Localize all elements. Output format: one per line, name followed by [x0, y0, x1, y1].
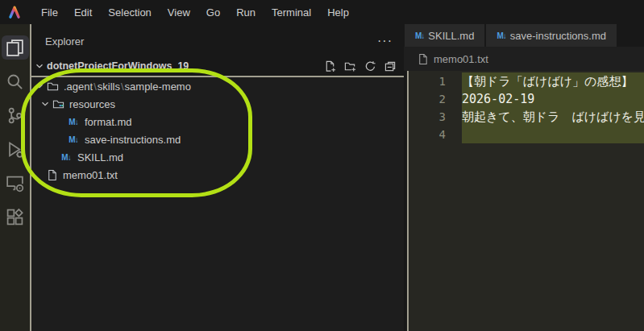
markdown-file-icon: M↓	[60, 153, 73, 162]
tree-item-label: save-instructions.md	[85, 134, 181, 146]
text-file-icon	[45, 168, 58, 181]
code-line[interactable]: 2 2026-02-19	[409, 90, 644, 108]
line-number: 2	[409, 93, 462, 106]
app-logo-icon	[7, 5, 22, 19]
tab-skill-md[interactable]: M↓ SKILL.md	[405, 24, 484, 47]
folder-resources-icon	[52, 97, 64, 110]
tree-item-label: format.md	[85, 116, 132, 128]
new-file-button[interactable]	[322, 59, 337, 73]
tree-item-label: memo01.txt	[63, 169, 118, 181]
tree-item-resources[interactable]: resources	[31, 95, 404, 113]
vscode-window: File Edit Selection View Go Run Terminal…	[0, 0, 644, 331]
line-text: 朝起きて、朝ドラ ばけばけを見て行った流れ	[462, 108, 644, 126]
activity-search-icon[interactable]	[2, 64, 29, 98]
sidebar-title: Explorer	[45, 35, 84, 48]
line-number: 3	[409, 110, 462, 123]
refresh-button[interactable]	[363, 59, 377, 73]
tree-item-agent-skills-sample-memo[interactable]: .agent\skills\sample-memo	[31, 77, 404, 95]
breadcrumb[interactable]: memo01.txt	[404, 47, 644, 71]
tree-item-label: resources	[69, 98, 115, 110]
tree-item-format-md[interactable]: M↓ format.md	[31, 113, 404, 130]
menu-run[interactable]: Run	[228, 0, 264, 24]
tree-item-skill-md[interactable]: M↓ SKILL.md	[31, 148, 404, 166]
tree-item-memo01-txt[interactable]: memo01.txt	[31, 166, 404, 184]
markdown-file-icon: M↓	[415, 31, 424, 40]
menu-help[interactable]: Help	[319, 0, 357, 24]
tab-label: SKILL.md	[428, 30, 474, 42]
markdown-file-icon: M↓	[67, 135, 80, 144]
chevron-down-icon	[39, 98, 52, 110]
tab-bar: M↓ SKILL.md M↓ save-instructions.md	[404, 24, 644, 47]
file-tree: .agent\skills\sample-memo resources	[31, 76, 404, 331]
line-number: 1	[409, 75, 462, 88]
chevron-down-icon	[33, 81, 46, 92]
markdown-file-icon: M↓	[497, 31, 505, 40]
code-line[interactable]: 3 朝起きて、朝ドラ ばけばけを見て行った流れ	[409, 108, 644, 126]
menu-file[interactable]: File	[33, 0, 66, 24]
line-text	[462, 126, 644, 143]
breadcrumb-file-name: memo01.txt	[434, 53, 488, 65]
line-number: 4	[409, 128, 462, 141]
activity-remote-explorer-icon[interactable]	[2, 166, 29, 200]
menu-bar: File Edit Selection View Go Run Terminal…	[33, 0, 357, 24]
activity-explorer-icon[interactable]	[2, 31, 29, 64]
tree-item-label: .agent\skills\sample-memo	[64, 81, 191, 93]
activity-extensions-icon[interactable]	[2, 200, 29, 234]
menu-edit[interactable]: Edit	[66, 0, 100, 24]
menu-terminal[interactable]: Terminal	[264, 0, 319, 24]
explorer-actions	[322, 59, 397, 73]
code-line[interactable]: 1 【朝ドラ「ばけばけ」の感想】	[409, 72, 644, 90]
markdown-file-icon: M↓	[67, 118, 80, 126]
menu-go[interactable]: Go	[198, 0, 228, 24]
menu-view[interactable]: View	[160, 0, 198, 24]
tab-save-instructions-md[interactable]: M↓ save-instructions.md	[486, 24, 617, 47]
sidebar-more-actions-icon[interactable]: ···	[377, 34, 393, 48]
activity-source-control-icon[interactable]	[2, 98, 29, 132]
workspace-name: dotnetProjectForWindows_19	[47, 60, 189, 72]
editor-group: M↓ SKILL.md M↓ save-instructions.md memo…	[404, 24, 644, 331]
collapse-all-button[interactable]	[383, 59, 397, 73]
tree-item-save-instructions-md[interactable]: M↓ save-instructions.md	[31, 130, 404, 148]
code-line[interactable]: 4	[409, 126, 644, 143]
line-text: 2026-02-19	[462, 90, 644, 108]
sidebar-title-row: Explorer ···	[31, 29, 404, 53]
explorer-sidebar: Explorer ··· dotnetProjectForWindows_19	[31, 24, 404, 331]
chevron-down-icon	[34, 60, 45, 72]
title-bar: File Edit Selection View Go Run Terminal…	[0, 0, 644, 24]
workspace-section-header[interactable]: dotnetProjectForWindows_19	[31, 56, 404, 76]
tree-item-label: SKILL.md	[77, 151, 123, 163]
tab-label: save-instructions.md	[510, 30, 606, 42]
folder-icon	[46, 80, 59, 93]
text-file-icon	[417, 53, 429, 65]
menu-selection[interactable]: Selection	[100, 0, 159, 24]
new-folder-button[interactable]	[343, 59, 357, 73]
activity-bar	[0, 24, 31, 331]
line-text: 【朝ドラ「ばけばけ」の感想】	[462, 72, 644, 90]
editor-content[interactable]: 1 【朝ドラ「ばけばけ」の感想】 2 2026-02-19 3 朝起きて、朝ドラ…	[407, 71, 644, 331]
activity-run-debug-icon[interactable]	[2, 132, 29, 166]
